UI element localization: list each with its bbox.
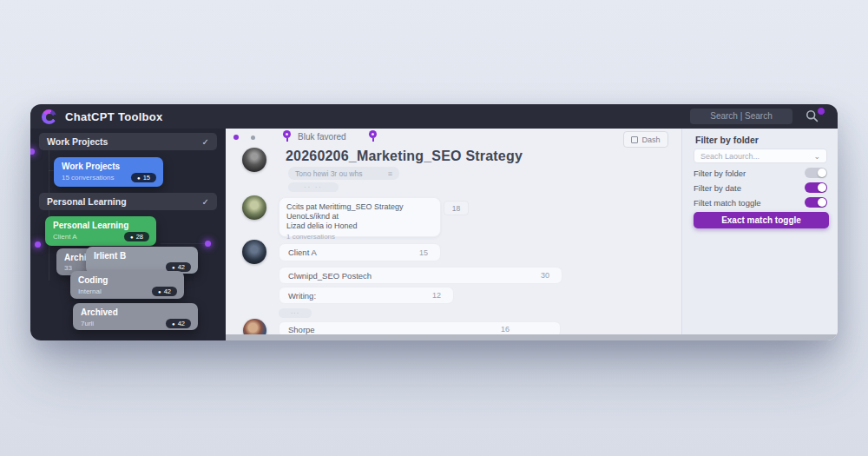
section-label: Work Projects [47,136,108,147]
conversation-title: Shorpe [288,325,315,334]
pin-icon [283,130,291,138]
conversation-line: Ccits pat Merittimg_SEO Strategy [286,202,433,212]
sidebar-section-work-projects[interactable]: Work Projects ✓ [39,133,217,150]
dropdown-placeholder: Seach Laourch... [700,152,760,161]
mini-chip: ··· [279,308,312,318]
conversation-title: Clwnipd_SEO Postech [288,271,372,281]
conversation-row[interactable]: Client A 15 [279,243,441,261]
search-input[interactable]: Search | Search [690,109,792,124]
folder-count: 15 [143,174,150,182]
filter-label: Filtet match toggle [694,198,761,208]
conversation-card[interactable]: Ccits pat Merittimg_SEO Strategy UenoLs/… [279,197,441,237]
folder-filter-dropdown[interactable]: Seach Laourch... ⌄ [694,149,827,163]
conversation-count-badge: 18 [444,201,469,215]
filter-row-folder: Filter by folder [694,167,827,179]
folder-card-title: Coding [78,275,177,285]
exact-match-button[interactable]: Exact match toggle [694,212,829,228]
folder-count-badge: ●42 [166,319,191,328]
filter-match-toggle[interactable] [805,197,827,208]
folder-count: 28 [136,233,143,241]
status-dot-gray [251,135,255,140]
notification-dot [817,107,825,116]
folder-card-client-b[interactable]: Irlient B ●42 [86,247,198,274]
filter-panel: Filter by folder Seach Laourch... ⌄ Filt… [681,129,838,334]
folder-card-subtitle: 15 conversations [62,174,114,182]
tag-chip-label: Tono hewi 3r ou whs [295,169,363,178]
filter-folder-toggle[interactable] [805,168,827,178]
connector-glow-dot [30,149,35,155]
toggle-knob [818,169,826,177]
conversation-count: 12 [432,291,441,300]
filter-label: Filter by date [694,183,741,193]
filter-date-toggle[interactable] [805,182,827,193]
folder-count-badge: ●42 [152,287,177,296]
dash-icon [631,136,638,143]
dash-button-label: Dash [641,135,660,144]
tag-chip[interactable]: Tono hewi 3r ou whs ≡ [288,167,399,180]
status-dot-purple [233,135,239,140]
app-header: ChatCPT Toolbox Search | Search [30,104,838,129]
tree-connector-line [161,243,206,244]
folder-card-personal-learning[interactable]: Personal Learning Client A ●28 [45,216,156,246]
check-icon: ✓ [202,197,209,207]
folder-card-subtitle: Internal [78,287,102,295]
conversation-meta: 1 conversations [286,232,433,241]
desktop-background: ChatCPT Toolbox Search | Search Work Pro… [0,0,868,456]
toggle-knob [818,183,826,192]
folder-card-archived[interactable]: Archived 7urli ●42 [73,303,198,330]
filter-row-match: Filtet match toggle [694,196,827,208]
avatar [242,148,266,172]
conversation-count: 15 [419,248,428,257]
folder-card-coding[interactable]: Coding Internal ●42 [70,271,184,299]
filter-label: Filter by folder [694,169,746,178]
menu-icon: ≡ [388,169,392,178]
folder-count-badge: ●15 [131,173,156,182]
chevron-down-icon: ⌄ [813,152,820,161]
app-logo-hole [46,114,53,121]
eye-icon: ● [137,175,141,181]
folder-card-title: Irlient B [94,251,191,261]
eye-icon: ● [172,321,175,327]
avatar [242,240,266,264]
section-label: Personal Learning [47,196,127,207]
folder-count: 42 [178,320,185,327]
avatar [242,195,266,220]
folder-card-title: Work Projects [62,162,156,171]
folder-card-title: Archived [81,307,191,317]
mini-chip-marks: ··· [291,310,299,316]
filter-row-date: Filter by date [694,182,827,194]
folder-count: 42 [164,287,171,295]
dash-button[interactable]: Dash [623,131,668,148]
folder-count-badge: ●28 [124,232,149,241]
conversation-line: UenoLs/iknd at [286,212,433,221]
eye-icon: ● [172,265,175,270]
horizontal-scrollbar[interactable] [226,334,838,340]
folder-card-work-projects[interactable]: Work Projects 15 conversations ●15 [54,157,163,187]
conversation-title: Client A [288,248,317,257]
folder-card-title: Personal Learning [53,221,149,230]
filter-panel-heading: Filter by folder [695,135,759,145]
sidebar-section-personal-learning[interactable]: Personal Learning ✓ [39,193,217,210]
toggle-knob [818,198,826,207]
conversation-line: Lizad delia io Honed [286,221,433,231]
connector-glow-dot [35,241,41,248]
folder-card-subtitle: Client A [53,233,77,241]
app-title: ChatCPT Toolbox [65,110,163,123]
conversation-row[interactable]: Writing: 12 [279,287,454,304]
eye-icon: ● [158,289,161,294]
sidebar: Work Projects ✓ Work Projects 15 convers… [30,129,226,340]
pin-icon [369,130,377,138]
mini-chip: ·· ·· [288,182,339,192]
app-logo-icon [42,109,56,124]
page-title: 20260206_Marketing_SEO Strategy [286,149,523,164]
connector-glow-dot [205,241,211,247]
conversation-title: Writing: [288,291,316,301]
app-window: ChatCPT Toolbox Search | Search Work Pro… [30,104,838,340]
mini-chip-marks: ·· ·· [304,184,322,190]
folder-count: 42 [178,263,185,271]
folder-card-subtitle: 33 [64,264,72,272]
conversation-count: 16 [501,325,510,334]
conversation-row[interactable]: Clwnipd_SEO Postech 30 [279,267,562,284]
main-content: Bluk favored Dash 20260206_Marketing_SEO… [226,129,681,334]
folder-card-subtitle: 7urli [81,320,94,327]
